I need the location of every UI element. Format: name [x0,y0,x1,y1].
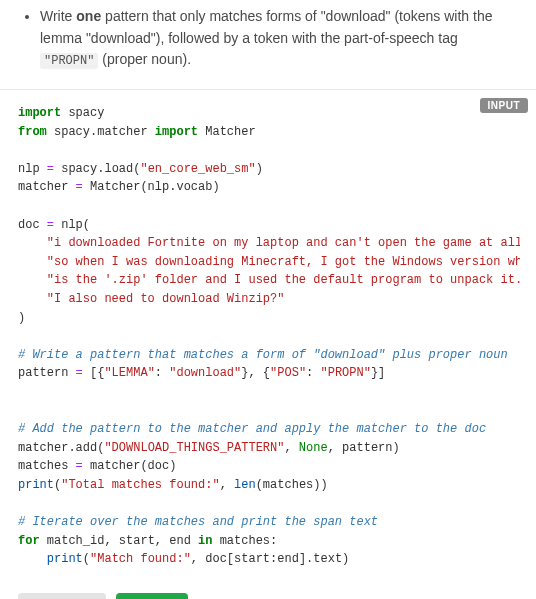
input-badge: INPUT [480,98,529,113]
instructions-panel: Write one pattern that only matches form… [0,0,536,89]
bullet-text-suf: (proper noun). [98,51,191,67]
bullet-bold: one [76,8,101,24]
run-code-button[interactable]: Run code [18,593,106,599]
pos-tag-code: "PROPN" [40,53,98,69]
code-editor[interactable]: import spacy from spacy.matcher import M… [18,104,520,569]
submit-button[interactable]: Submit [116,593,188,599]
instruction-bullet: Write one pattern that only matches form… [40,6,512,71]
bullet-text-pre: Write [40,8,76,24]
actions-row: Run code Submit [0,583,536,599]
code-input-panel: INPUT import spacy from spacy.matcher im… [0,89,536,583]
bullet-text-mid: pattern that only matches forms of "down… [40,8,492,46]
